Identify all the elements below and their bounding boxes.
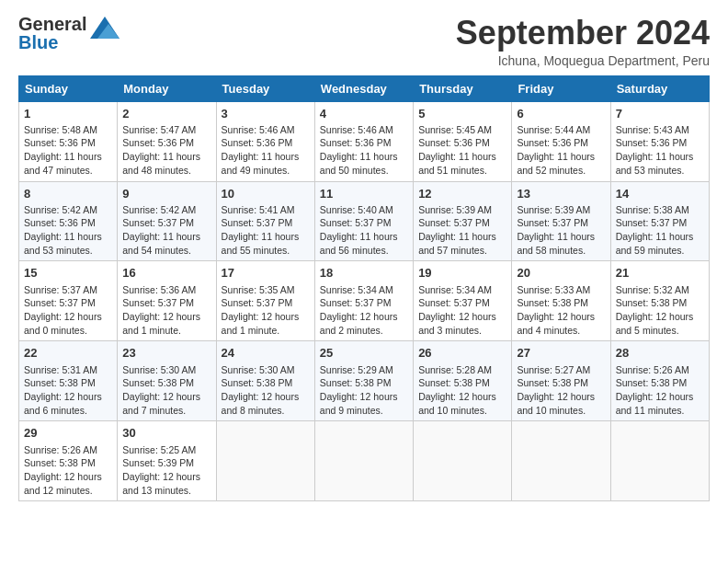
calendar-cell: 25Sunrise: 5:29 AM Sunset: 5:38 PM Dayli… — [314, 341, 413, 421]
title-area: September 2024 Ichuna, Moquegua Departme… — [456, 15, 710, 68]
calendar-cell: 20Sunrise: 5:33 AM Sunset: 5:38 PM Dayli… — [512, 261, 610, 341]
day-info: Sunrise: 5:38 AM Sunset: 5:37 PM Dayligh… — [616, 203, 704, 258]
logo-icon — [90, 17, 119, 42]
day-number: 30 — [122, 425, 210, 442]
calendar-cell — [414, 421, 512, 501]
day-number: 29 — [24, 425, 112, 442]
calendar-cell: 14Sunrise: 5:38 AM Sunset: 5:37 PM Dayli… — [610, 181, 709, 261]
day-info: Sunrise: 5:46 AM Sunset: 5:36 PM Dayligh… — [320, 123, 408, 178]
day-number: 6 — [517, 106, 605, 122]
day-number: 28 — [616, 345, 704, 362]
day-number: 26 — [418, 345, 506, 362]
calendar-cell: 13Sunrise: 5:39 AM Sunset: 5:37 PM Dayli… — [512, 181, 610, 261]
calendar-cell: 8Sunrise: 5:42 AM Sunset: 5:36 PM Daylig… — [19, 181, 118, 261]
day-info: Sunrise: 5:40 AM Sunset: 5:37 PM Dayligh… — [320, 203, 408, 258]
day-number: 12 — [418, 186, 506, 202]
day-number: 16 — [122, 265, 210, 282]
day-number: 24 — [222, 345, 310, 362]
day-number: 25 — [320, 345, 408, 362]
calendar-cell: 28Sunrise: 5:26 AM Sunset: 5:38 PM Dayli… — [610, 341, 709, 421]
day-info: Sunrise: 5:34 AM Sunset: 5:37 PM Dayligh… — [320, 283, 408, 338]
day-info: Sunrise: 5:42 AM Sunset: 5:36 PM Dayligh… — [24, 203, 112, 258]
day-info: Sunrise: 5:28 AM Sunset: 5:38 PM Dayligh… — [418, 363, 506, 418]
logo-blue-text: Blue — [18, 33, 86, 52]
day-info: Sunrise: 5:26 AM Sunset: 5:38 PM Dayligh… — [24, 443, 112, 498]
calendar-cell: 10Sunrise: 5:41 AM Sunset: 5:37 PM Dayli… — [216, 181, 314, 261]
calendar-cell: 5Sunrise: 5:45 AM Sunset: 5:36 PM Daylig… — [414, 101, 512, 181]
day-info: Sunrise: 5:30 AM Sunset: 5:38 PM Dayligh… — [122, 363, 210, 418]
calendar-cell: 27Sunrise: 5:27 AM Sunset: 5:38 PM Dayli… — [512, 341, 610, 421]
day-info: Sunrise: 5:42 AM Sunset: 5:37 PM Dayligh… — [122, 203, 210, 258]
calendar-cell — [216, 421, 314, 501]
header-row: SundayMondayTuesdayWednesdayThursdayFrid… — [19, 75, 710, 101]
calendar-header: SundayMondayTuesdayWednesdayThursdayFrid… — [19, 75, 710, 101]
day-number: 11 — [320, 186, 408, 202]
day-number: 15 — [24, 265, 112, 282]
logo-name: General Blue — [18, 15, 86, 52]
day-info: Sunrise: 5:36 AM Sunset: 5:37 PM Dayligh… — [122, 283, 210, 338]
calendar-cell: 2Sunrise: 5:47 AM Sunset: 5:36 PM Daylig… — [118, 101, 216, 181]
day-number: 23 — [122, 345, 210, 362]
day-info: Sunrise: 5:34 AM Sunset: 5:37 PM Dayligh… — [418, 283, 506, 338]
day-number: 7 — [616, 106, 704, 122]
day-info: Sunrise: 5:37 AM Sunset: 5:37 PM Dayligh… — [24, 283, 112, 338]
location-subtitle: Ichuna, Moquegua Department, Peru — [456, 53, 710, 68]
day-info: Sunrise: 5:47 AM Sunset: 5:36 PM Dayligh… — [122, 123, 210, 178]
calendar-week-4: 22Sunrise: 5:31 AM Sunset: 5:38 PM Dayli… — [19, 341, 710, 421]
calendar-cell: 16Sunrise: 5:36 AM Sunset: 5:37 PM Dayli… — [118, 261, 216, 341]
header-day-wednesday: Wednesday — [314, 75, 413, 101]
day-info: Sunrise: 5:35 AM Sunset: 5:37 PM Dayligh… — [222, 283, 310, 338]
calendar-week-1: 1Sunrise: 5:48 AM Sunset: 5:36 PM Daylig… — [19, 101, 710, 181]
day-info: Sunrise: 5:44 AM Sunset: 5:36 PM Dayligh… — [517, 123, 605, 178]
calendar-cell: 19Sunrise: 5:34 AM Sunset: 5:37 PM Dayli… — [414, 261, 512, 341]
calendar-cell: 11Sunrise: 5:40 AM Sunset: 5:37 PM Dayli… — [314, 181, 413, 261]
day-info: Sunrise: 5:41 AM Sunset: 5:37 PM Dayligh… — [222, 203, 310, 258]
calendar-cell: 9Sunrise: 5:42 AM Sunset: 5:37 PM Daylig… — [118, 181, 216, 261]
calendar-week-3: 15Sunrise: 5:37 AM Sunset: 5:37 PM Dayli… — [19, 261, 710, 341]
calendar-cell: 17Sunrise: 5:35 AM Sunset: 5:37 PM Dayli… — [216, 261, 314, 341]
day-info: Sunrise: 5:48 AM Sunset: 5:36 PM Dayligh… — [24, 123, 112, 178]
day-number: 21 — [616, 265, 704, 282]
day-info: Sunrise: 5:46 AM Sunset: 5:36 PM Dayligh… — [222, 123, 310, 178]
calendar-cell: 24Sunrise: 5:30 AM Sunset: 5:38 PM Dayli… — [216, 341, 314, 421]
month-title: September 2024 — [456, 15, 710, 52]
calendar-table: SundayMondayTuesdayWednesdayThursdayFrid… — [18, 75, 710, 502]
header-day-sunday: Sunday — [19, 75, 118, 101]
day-info: Sunrise: 5:30 AM Sunset: 5:38 PM Dayligh… — [222, 363, 310, 418]
day-number: 17 — [222, 265, 310, 282]
calendar-cell: 15Sunrise: 5:37 AM Sunset: 5:37 PM Dayli… — [19, 261, 118, 341]
header-day-thursday: Thursday — [414, 75, 512, 101]
calendar-cell: 18Sunrise: 5:34 AM Sunset: 5:37 PM Dayli… — [314, 261, 413, 341]
day-info: Sunrise: 5:26 AM Sunset: 5:38 PM Dayligh… — [616, 363, 704, 418]
logo: General Blue — [18, 15, 119, 52]
calendar-cell: 6Sunrise: 5:44 AM Sunset: 5:36 PM Daylig… — [512, 101, 610, 181]
day-number: 19 — [418, 265, 506, 282]
day-info: Sunrise: 5:31 AM Sunset: 5:38 PM Dayligh… — [24, 363, 112, 418]
day-number: 1 — [24, 106, 112, 122]
calendar-cell: 7Sunrise: 5:43 AM Sunset: 5:36 PM Daylig… — [610, 101, 709, 181]
day-info: Sunrise: 5:43 AM Sunset: 5:36 PM Dayligh… — [616, 123, 704, 178]
calendar-cell — [512, 421, 610, 501]
calendar-week-2: 8Sunrise: 5:42 AM Sunset: 5:36 PM Daylig… — [19, 181, 710, 261]
day-number: 3 — [222, 106, 310, 122]
header-day-saturday: Saturday — [610, 75, 709, 101]
day-number: 14 — [616, 186, 704, 202]
logo-general-text: General — [18, 15, 86, 33]
day-number: 20 — [517, 265, 605, 282]
page-header: General Blue September 2024 Ichuna, Moqu… — [18, 15, 710, 68]
day-info: Sunrise: 5:39 AM Sunset: 5:37 PM Dayligh… — [517, 203, 605, 258]
day-info: Sunrise: 5:45 AM Sunset: 5:36 PM Dayligh… — [418, 123, 506, 178]
day-info: Sunrise: 5:25 AM Sunset: 5:39 PM Dayligh… — [122, 443, 210, 498]
calendar-cell: 23Sunrise: 5:30 AM Sunset: 5:38 PM Dayli… — [118, 341, 216, 421]
calendar-cell: 12Sunrise: 5:39 AM Sunset: 5:37 PM Dayli… — [414, 181, 512, 261]
day-info: Sunrise: 5:27 AM Sunset: 5:38 PM Dayligh… — [517, 363, 605, 418]
day-info: Sunrise: 5:39 AM Sunset: 5:37 PM Dayligh… — [418, 203, 506, 258]
day-number: 18 — [320, 265, 408, 282]
calendar-cell: 29Sunrise: 5:26 AM Sunset: 5:38 PM Dayli… — [19, 421, 118, 501]
calendar-cell: 21Sunrise: 5:32 AM Sunset: 5:38 PM Dayli… — [610, 261, 709, 341]
day-number: 13 — [517, 186, 605, 202]
day-number: 8 — [24, 186, 112, 202]
header-day-tuesday: Tuesday — [216, 75, 314, 101]
calendar-cell — [610, 421, 709, 501]
calendar-cell: 3Sunrise: 5:46 AM Sunset: 5:36 PM Daylig… — [216, 101, 314, 181]
